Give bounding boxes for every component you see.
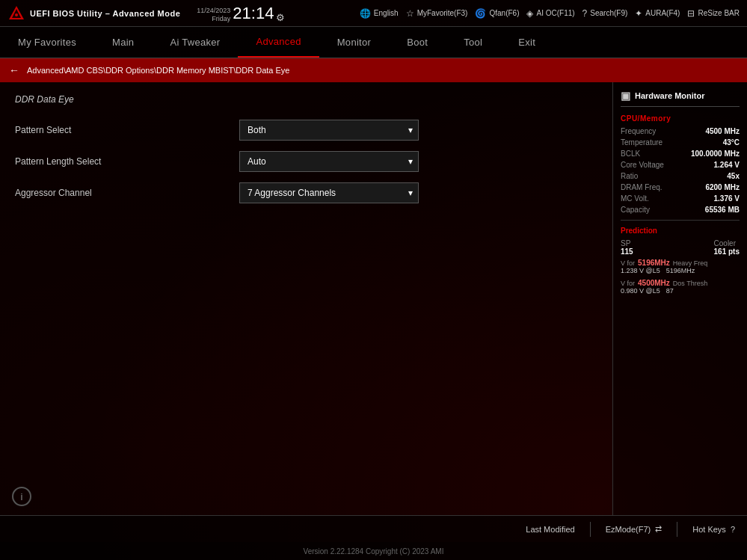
hw-mc-volt-value: 1.376 V <box>714 194 740 203</box>
hw-4500-freq-row: V for 4500MHz Dos Thresh 0.980 V @L5 87 <box>621 279 740 295</box>
nav-advanced[interactable]: Advanced <box>238 27 319 58</box>
nav-ai-tweaker[interactable]: Ai Tweaker <box>152 27 238 58</box>
topbar-search[interactable]: ? Search(F9) <box>582 8 628 19</box>
last-modified-label: Last Modified <box>526 525 574 534</box>
clock-icon: ⚙ <box>276 12 285 23</box>
pattern-select-dropdown[interactable]: Both Read Write <box>239 120 419 141</box>
hw-cooler-value: 161 pts <box>714 247 740 256</box>
top-bar: UEFI BIOS Utility – Advanced Mode 11/24/… <box>0 0 747 27</box>
topbar-aioc[interactable]: ◈ AI OC(F11) <box>526 8 574 19</box>
aggressor-channel-label: Aggressor Channel <box>15 188 239 198</box>
hw-capacity-label: Capacity <box>621 206 650 214</box>
hotkeys-button[interactable]: Hot Keys ? <box>692 525 735 534</box>
hw-4500-freq-val: 87 <box>666 287 674 295</box>
hw-dram-freq-label: DRAM Freq. <box>621 183 663 191</box>
hw-core-voltage-value: 1.264 V <box>714 161 740 169</box>
nav-my-favorites[interactable]: My Favorites <box>0 27 94 58</box>
hw-cooler-label: Cooler <box>714 239 740 247</box>
info-icon: i <box>21 491 23 502</box>
nav-boot[interactable]: Boot <box>389 27 446 58</box>
hw-mc-volt-label: MC Volt. <box>621 194 649 203</box>
main-area: DDR Data Eye Pattern Select Both Read Wr… <box>0 82 747 515</box>
nav-main[interactable]: Main <box>94 27 152 58</box>
info-button[interactable]: i <box>12 487 31 506</box>
breadcrumb-bar: ← Advanced\AMD CBS\DDR Options\DDR Memor… <box>0 58 747 82</box>
hardware-monitor-panel: ▣ Hardware Monitor CPU/Memory Frequency … <box>612 82 747 515</box>
hw-sp-label: SP <box>621 239 633 247</box>
fan-icon: 🌀 <box>475 8 486 19</box>
hw-frequency-row: Frequency 4500 MHz <box>621 127 740 135</box>
topbar-english[interactable]: 🌐 English <box>360 8 399 19</box>
hw-bclk-value: 100.0000 MHz <box>691 150 740 158</box>
hw-divider <box>621 220 740 221</box>
pattern-length-wrapper: Auto 1 2 4 <box>239 151 419 172</box>
date-display: 11/24/2023 Friday <box>197 7 230 23</box>
hw-5196-v-label: 1.238 V @L5 <box>621 267 660 274</box>
app-logo: UEFI BIOS Utility – Advanced Mode <box>7 4 180 22</box>
hw-ratio-row: Ratio 45x <box>621 172 740 180</box>
topbar-qfan[interactable]: 🌀 Qfan(F6) <box>475 8 519 19</box>
pattern-length-dropdown[interactable]: Auto 1 2 4 <box>239 151 419 172</box>
hw-frequency-value: 4500 MHz <box>705 127 740 135</box>
ezmode-icon: ⇄ <box>655 524 662 534</box>
setting-row-pattern-length: Pattern Length Select Auto 1 2 4 <box>15 148 597 175</box>
svg-point-2 <box>15 13 18 16</box>
hw-temperature-row: Temperature 43°C <box>621 138 740 147</box>
bottom-bar: Last Modified EzMode(F7) ⇄ Hot Keys ? <box>0 515 747 542</box>
hw-sp-value: 115 <box>621 247 633 256</box>
version-bar: Version 2.22.1284 Copyright (C) 2023 AMI <box>0 542 747 560</box>
bottom-divider-2 <box>677 522 677 537</box>
hw-capacity-value: 65536 MB <box>705 206 740 214</box>
aura-icon: ✦ <box>635 8 642 19</box>
app-title: UEFI BIOS Utility – Advanced Mode <box>30 9 180 18</box>
hw-bclk-label: BCLK <box>621 150 640 158</box>
nav-tool[interactable]: Tool <box>446 27 500 58</box>
breadcrumb-path: Advanced\AMD CBS\DDR Options\DDR Memory … <box>27 66 289 75</box>
monitor-icon: ▣ <box>621 90 630 102</box>
hotkeys-icon: ? <box>731 525 735 534</box>
resize-icon: ⊟ <box>687 8 695 19</box>
hw-5196-freq-val: 5196MHz <box>666 267 695 274</box>
version-text: Version 2.22.1284 Copyright (C) 2023 AMI <box>304 547 444 556</box>
main-container: UEFI BIOS Utility – Advanced Mode 11/24/… <box>0 0 747 560</box>
aggressor-channel-dropdown[interactable]: 7 Aggressor Channels 1 Aggressor Channel… <box>239 182 419 203</box>
hw-core-voltage-row: Core Voltage 1.264 V <box>621 161 740 169</box>
last-modified-item: Last Modified <box>526 525 574 534</box>
globe-icon: 🌐 <box>360 8 371 19</box>
hw-dram-freq-row: DRAM Freq. 6200 MHz <box>621 183 740 191</box>
hw-monitor-header: ▣ Hardware Monitor <box>621 90 740 107</box>
hw-ratio-label: Ratio <box>621 172 638 180</box>
section-title: DDR Data Eye <box>15 94 597 105</box>
hw-dram-freq-value: 6200 MHz <box>705 183 740 191</box>
nav-bar: My Favorites Main Ai Tweaker Advanced Mo… <box>0 27 747 58</box>
top-bar-items: 🌐 English ☆ MyFavorite(F3) 🌀 Qfan(F6) ◈ … <box>360 8 740 19</box>
hw-temperature-value: 43°C <box>723 138 740 147</box>
topbar-resizebar[interactable]: ⊟ ReSize BAR <box>687 8 740 19</box>
hw-prediction-title: Prediction <box>621 227 740 235</box>
bottom-divider-1 <box>590 522 591 537</box>
pattern-length-label: Pattern Length Select <box>15 156 239 167</box>
pattern-select-wrapper: Both Read Write <box>239 120 419 141</box>
hw-mc-volt-row: MC Volt. 1.376 V <box>621 194 740 203</box>
pattern-select-label: Pattern Select <box>15 125 239 135</box>
search-icon: ? <box>582 8 588 19</box>
topbar-aura[interactable]: ✦ AURA(F4) <box>635 8 680 19</box>
hw-monitor-title: Hardware Monitor <box>635 91 705 100</box>
hw-cpu-memory-title: CPU/Memory <box>621 114 740 123</box>
aggressor-channel-wrapper: 7 Aggressor Channels 1 Aggressor Channel… <box>239 182 419 203</box>
hotkeys-label: Hot Keys <box>692 525 726 534</box>
hw-4500-v-label: 0.980 V @L5 <box>621 287 660 295</box>
nav-monitor[interactable]: Monitor <box>319 27 389 58</box>
hw-ratio-value: 45x <box>727 172 740 180</box>
setting-row-aggressor-channel: Aggressor Channel 7 Aggressor Channels 1… <box>15 179 597 206</box>
rog-logo-icon <box>7 4 25 22</box>
content-panel: DDR Data Eye Pattern Select Both Read Wr… <box>0 82 612 515</box>
breadcrumb-back-button[interactable]: ← <box>9 64 19 76</box>
hw-5196-freq-row: V for 5196MHz Heavy Freq 1.238 V @L5 519… <box>621 259 740 274</box>
ezmode-label: EzMode(F7) <box>606 525 651 534</box>
time-display: 21:14 <box>233 4 274 23</box>
hw-5196-highlight: 5196MHz <box>638 259 670 267</box>
nav-exit[interactable]: Exit <box>500 27 553 58</box>
topbar-myfavorite[interactable]: ☆ MyFavorite(F3) <box>406 8 468 19</box>
ezmode-button[interactable]: EzMode(F7) ⇄ <box>606 524 663 534</box>
